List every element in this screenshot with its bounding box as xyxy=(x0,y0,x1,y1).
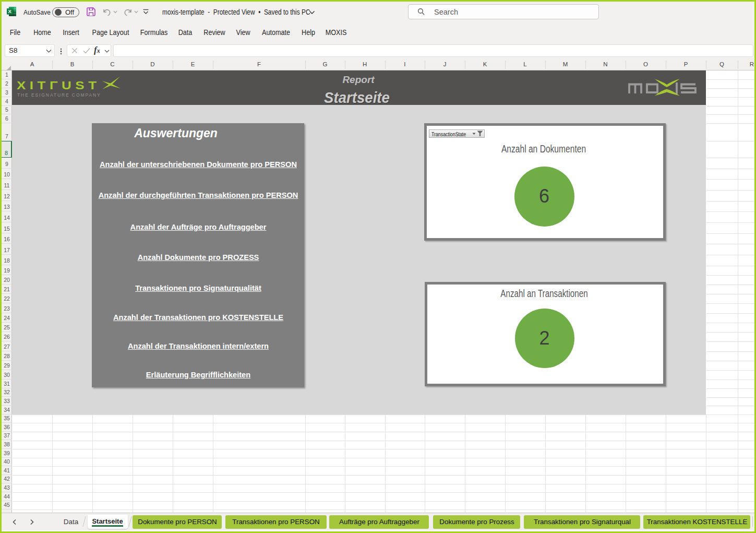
svg-text:X: X xyxy=(8,8,12,14)
